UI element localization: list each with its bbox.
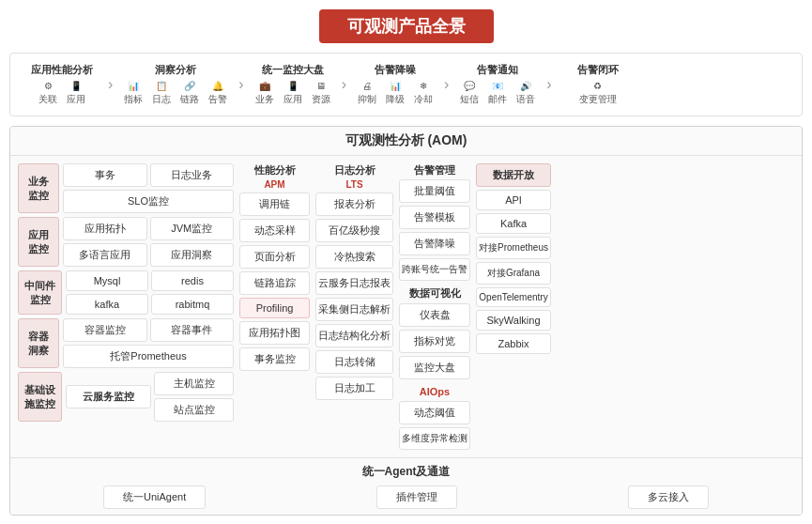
data-open-item-5[interactable]: SkyWalking <box>476 310 551 331</box>
apm-item-5[interactable]: 应用拓扑图 <box>239 321 310 345</box>
nav-item-perf[interactable]: 应用性能分析 ⚙ 关联 📱 应用 <box>20 59 104 110</box>
agent-item-1[interactable]: 插件管理 <box>376 485 457 509</box>
data-open-item-2[interactable]: 对接Prometheus <box>476 237 551 259</box>
item-slo[interactable]: SLO监控 <box>63 190 234 213</box>
item-app-topo[interactable]: 应用拓扑 <box>63 217 147 240</box>
cool-icon: ❄ <box>420 81 427 91</box>
item-kafka[interactable]: kafka <box>66 294 148 315</box>
apm-item-1[interactable]: 动态采样 <box>239 219 310 242</box>
data-open-item-4[interactable]: OpenTelementry <box>476 287 551 307</box>
aiops-item-0[interactable]: 动态阈值 <box>399 401 470 424</box>
nav-arrow-3: › <box>342 76 346 93</box>
data-open-item-1[interactable]: Kafka <box>476 213 551 234</box>
monitor-row-business: 业务监控 事务 日志业务 SLO监控 <box>18 163 234 213</box>
lts-item-7[interactable]: 日志加工 <box>315 377 393 400</box>
lts-item-4[interactable]: 采集侧日志解析 <box>315 298 393 321</box>
item-host-monitor[interactable]: 主机监控 <box>154 372 234 395</box>
apm-sub: APM <box>239 179 310 190</box>
apm-item-3[interactable]: 链路追踪 <box>239 271 310 295</box>
nav-icon-log: 📋 日志 <box>152 81 171 106</box>
items-container: 容器监控 容器事件 托管Prometheus <box>63 318 234 368</box>
degrade-icon: 📊 <box>390 81 401 91</box>
apm-item-6[interactable]: 事务监控 <box>239 347 310 371</box>
lts-item-2[interactable]: 冷热搜索 <box>315 245 393 269</box>
nav-item-loop[interactable]: 告警闭环 ♻ 变更管理 <box>556 59 640 110</box>
agent-item-0[interactable]: 统一UniAgent <box>103 485 206 509</box>
nav-icon-app: 📱 应用 <box>67 81 85 106</box>
viz-title: 数据可视化 <box>399 286 470 300</box>
nav-icon-alert: 🔔 告警 <box>208 81 227 106</box>
data-open-item-6[interactable]: Zabbix <box>476 333 551 354</box>
alert-item-0[interactable]: 批量阈值 <box>399 179 470 203</box>
main-container: 可观测产品全景 应用性能分析 ⚙ 关联 📱 应用 › 洞察分析 <box>0 0 812 524</box>
monitor-row-infra: 基础设施监控 云服务监控 主机监控 站点监控 <box>18 372 234 422</box>
nav-item-noise[interactable]: 告警降噪 🖨 抑制 📊 降级 ❄ 冷却 <box>350 59 440 110</box>
item-app-insight[interactable]: 应用洞察 <box>150 243 235 267</box>
aiops-item-1[interactable]: 多维度异常检测 <box>399 427 470 450</box>
item-log-business[interactable]: 日志业务 <box>150 163 235 187</box>
aiops-title: AIOps <box>399 385 470 398</box>
agent-item-2[interactable]: 多云接入 <box>628 485 709 509</box>
sms-icon: 💬 <box>464 81 475 91</box>
nav-icon-app2: 📱 应用 <box>283 81 302 106</box>
alert-item-1[interactable]: 告警模板 <box>399 206 470 229</box>
monitor-row-container: 容器洞察 容器监控 容器事件 托管Prometheus <box>18 318 234 368</box>
nav-icon-guanlian: ⚙ 关联 <box>38 81 57 106</box>
apm-item-2[interactable]: 页面分析 <box>239 245 310 269</box>
data-open-item-3[interactable]: 对接Grafana <box>476 262 551 285</box>
apm-section: 性能分析 APM 调用链 动态采样 页面分析 链路追踪 Profiling 应用… <box>239 163 310 450</box>
alert-item-2[interactable]: 告警降噪 <box>399 232 470 255</box>
middle-panel: 性能分析 APM 调用链 动态采样 页面分析 链路追踪 Profiling 应用… <box>239 163 794 450</box>
alert-item-cross[interactable]: 跨账号统一告警 <box>399 258 470 281</box>
nav-arrow-4: › <box>444 76 449 93</box>
resource-icon: 🖥 <box>316 81 326 91</box>
lts-section: 日志分析 LTS 报表分析 百亿级秒搜 冷热搜索 云服务日志报表 采集侧日志解析… <box>315 163 393 450</box>
data-open-item-0[interactable]: API <box>476 190 551 210</box>
monitor-row-middleware: 中间件监控 Mysql redis kafka rabitmq <box>18 270 234 315</box>
voice-icon: 🔊 <box>520 81 531 91</box>
nav-icon-voice: 🔊 语音 <box>516 81 535 106</box>
nav-icons-perf: ⚙ 关联 📱 应用 <box>38 81 85 106</box>
alert-icon: 🔔 <box>212 81 223 91</box>
main-title: 可观测产品全景 <box>319 9 494 43</box>
viz-item-1[interactable]: 指标对览 <box>399 330 470 353</box>
nav-icon-sms: 💬 短信 <box>460 81 479 106</box>
item-site-monitor[interactable]: 站点监控 <box>154 398 234 422</box>
agent-title: 统一Agent及通道 <box>18 464 794 480</box>
item-prometheus[interactable]: 托管Prometheus <box>63 345 234 368</box>
nav-icon-business: 💼 业务 <box>255 81 274 106</box>
lts-item-6[interactable]: 日志转储 <box>315 350 393 374</box>
apm-item-profiling[interactable]: Profiling <box>239 298 310 318</box>
viz-item-2[interactable]: 监控大盘 <box>399 356 470 379</box>
label-middleware: 中间件监控 <box>18 270 62 315</box>
item-mysql[interactable]: Mysql <box>66 270 148 291</box>
nav-item-monitor[interactable]: 统一监控大盘 💼 业务 📱 应用 🖥 资源 <box>248 59 338 110</box>
nav-arrow-5: › <box>546 76 551 93</box>
label-infra: 基础设施监控 <box>18 372 62 422</box>
lts-item-0[interactable]: 报表分析 <box>315 193 393 216</box>
change-icon: ♻ <box>593 81 602 91</box>
nav-item-notify[interactable]: 告警通知 💬 短信 📧 邮件 🔊 语音 <box>452 59 543 110</box>
item-cloud-label[interactable]: 云服务监控 <box>66 385 151 408</box>
business-icon: 💼 <box>259 81 270 91</box>
nav-icon-resource: 🖥 资源 <box>312 81 330 106</box>
item-container-monitor[interactable]: 容器监控 <box>63 318 147 342</box>
lts-item-1[interactable]: 百亿级秒搜 <box>315 219 393 242</box>
content-area: 可观测性分析 (AOM) 业务监控 事务 日志业务 SLO监控 应用监控 <box>9 126 803 516</box>
lts-item-3[interactable]: 云服务日志报表 <box>315 271 393 295</box>
item-container-event[interactable]: 容器事件 <box>150 318 235 342</box>
item-jvm[interactable]: JVM监控 <box>150 217 235 240</box>
nav-item-insight[interactable]: 洞察分析 📊 指标 📋 日志 🔗 链路 🔔 告警 <box>116 59 235 110</box>
viz-section: 数据可视化 仪表盘 指标对览 监控大盘 <box>399 286 470 378</box>
item-multilang[interactable]: 多语言应用 <box>63 243 147 267</box>
title-bar: 可观测产品全景 <box>9 9 803 43</box>
lts-item-5[interactable]: 日志结构化分析 <box>315 324 393 347</box>
item-rabitmq[interactable]: rabitmq <box>151 294 234 315</box>
item-shiwu[interactable]: 事务 <box>63 163 147 187</box>
items-middleware: Mysql redis kafka rabitmq <box>66 270 234 315</box>
nav-icon-suppress: 🖨 抑制 <box>358 81 376 106</box>
apm-item-0[interactable]: 调用链 <box>239 193 310 216</box>
item-redis[interactable]: redis <box>151 270 234 291</box>
viz-item-0[interactable]: 仪表盘 <box>399 303 470 327</box>
app-icon: 📱 <box>70 81 82 91</box>
